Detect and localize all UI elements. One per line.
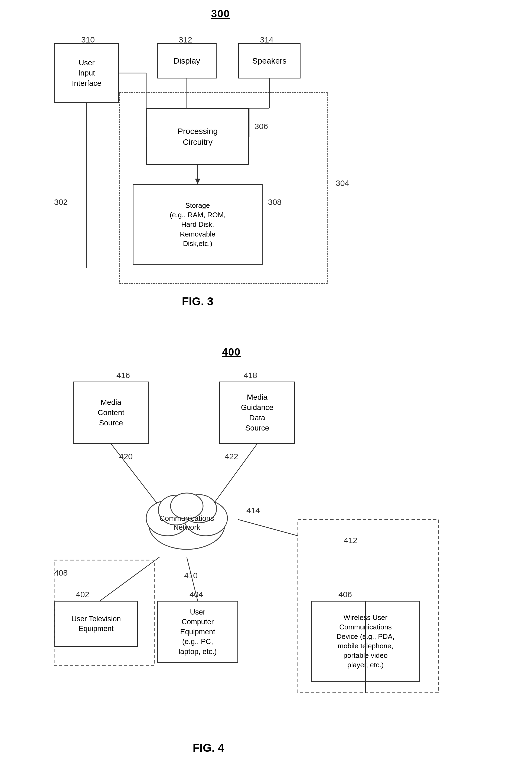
fig3-diagram: 300 310 312 314 User Input Interface Dis… bbox=[54, 8, 433, 311]
label-404: 404 bbox=[189, 590, 203, 599]
label-408: 408 bbox=[54, 568, 68, 578]
label-412: 412 bbox=[344, 536, 357, 545]
communications-network-cloud: Communications Network bbox=[135, 471, 238, 558]
label-422: 422 bbox=[225, 452, 238, 461]
label-420: 420 bbox=[119, 452, 133, 461]
label-310: 310 bbox=[81, 35, 95, 44]
label-314: 314 bbox=[260, 35, 274, 44]
user-television-equipment-box: User Television Equipment bbox=[54, 601, 138, 647]
svg-line-21 bbox=[100, 557, 160, 601]
display-box: Display bbox=[157, 43, 216, 78]
storage-box: Storage (e.g., RAM, ROM, Hard Disk, Remo… bbox=[133, 184, 262, 265]
label-410: 410 bbox=[184, 571, 198, 580]
fig4-caption: FIG. 4 bbox=[168, 741, 249, 754]
svg-line-24 bbox=[238, 520, 298, 536]
label-418: 418 bbox=[244, 371, 257, 380]
label-302: 302 bbox=[54, 197, 68, 207]
label-414: 414 bbox=[246, 506, 260, 515]
fig4-diagram: 400 416 418 Media Content Source Media G… bbox=[54, 346, 474, 763]
label-406: 406 bbox=[339, 590, 352, 599]
svg-text:Network: Network bbox=[173, 523, 200, 532]
label-402: 402 bbox=[76, 590, 89, 599]
label-306: 306 bbox=[254, 122, 268, 131]
label-416: 416 bbox=[116, 371, 130, 380]
wireless-device-box: Wireless User Communications Device (e.g… bbox=[311, 601, 420, 682]
user-input-interface-box: User Input Interface bbox=[54, 43, 119, 103]
processing-circuitry-box: Processing Circuitry bbox=[146, 108, 249, 165]
media-guidance-data-source-box: Media Guidance Data Source bbox=[219, 381, 295, 444]
fig3-title: 300 bbox=[211, 8, 230, 20]
speakers-box: Speakers bbox=[238, 43, 301, 78]
media-content-source-box: Media Content Source bbox=[73, 381, 149, 444]
label-312: 312 bbox=[179, 35, 192, 44]
label-304: 304 bbox=[336, 179, 349, 188]
user-computer-equipment-box: User Computer Equipment (e.g., PC, lapto… bbox=[157, 601, 238, 663]
fig3-caption: FIG. 3 bbox=[157, 295, 238, 308]
label-308: 308 bbox=[268, 197, 282, 207]
fig4-title: 400 bbox=[222, 346, 241, 358]
svg-text:Communications: Communications bbox=[159, 515, 214, 523]
